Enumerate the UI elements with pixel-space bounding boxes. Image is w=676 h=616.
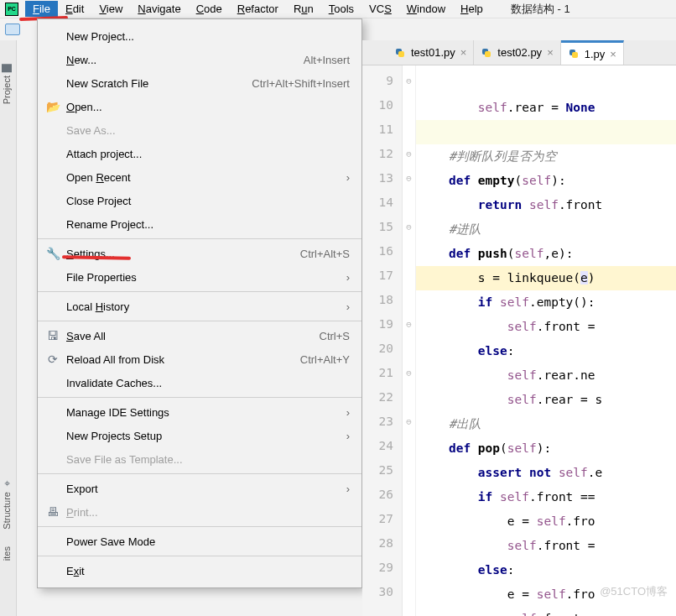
menu-code[interactable]: Code (189, 1, 230, 17)
code-line[interactable]: self.rear = s (416, 388, 676, 412)
menu-item-reload-all-from-disk[interactable]: ⟳Reload All from DiskCtrl+Alt+Y (38, 347, 361, 371)
toolbar-window-icon[interactable] (5, 23, 20, 35)
submenu-arrow-icon: › (346, 430, 350, 442)
menu-refactor[interactable]: Refactor (230, 1, 286, 17)
code-line[interactable]: if self.empty(): (416, 290, 676, 315)
menu-item-new[interactable]: New...Alt+Insert (38, 48, 361, 71)
fold-marker (403, 434, 415, 458)
code-line[interactable]: self.rear.ne (416, 363, 676, 388)
fold-marker (403, 458, 415, 483)
editor-tab-bar: test01.py×test02.py×1.py× (362, 40, 676, 65)
code-line[interactable]: def push(self,e): (416, 242, 676, 266)
fold-marker[interactable]: ⊖ (403, 215, 415, 239)
menu-item-settings[interactable]: 🔧Settings...Ctrl+Alt+S (38, 242, 361, 265)
menu-item-attach-project[interactable]: Attach project... (38, 142, 361, 165)
menu-item-new-projects-setup[interactable]: New Projects Setup› (38, 424, 361, 447)
editor-tab-test02-py[interactable]: test02.py× (474, 40, 560, 65)
editor-tab-1-py[interactable]: 1.py× (561, 40, 624, 65)
editor-tab-test01-py[interactable]: test01.py× (387, 40, 474, 65)
menu-item-save-as: Save As... (38, 118, 361, 142)
menu-view[interactable]: View (91, 1, 130, 17)
tool-window-stripe: Project Structure ⌖ ites (0, 40, 17, 616)
menu-edit[interactable]: Edit (58, 1, 91, 17)
file-menu-dropdown: New Project...New...Alt+InsertNew Scratc… (37, 18, 362, 588)
menu-item-save-file-as-template: Save File as Template... (38, 447, 361, 471)
menu-item-new-scratch-file[interactable]: New Scratch FileCtrl+Alt+Shift+Insert (38, 71, 361, 95)
menu-item-close-project[interactable]: Close Project (38, 189, 361, 212)
menu-item-open[interactable]: 📂Open... (38, 95, 361, 118)
project-tool-button[interactable]: Project (0, 57, 13, 111)
fold-marker[interactable]: ⊖ (403, 142, 415, 166)
fold-marker[interactable]: ⊖ (403, 69, 415, 93)
menu-item-save-all[interactable]: 🖫Save AllCtrl+S (38, 324, 361, 347)
menu-item-label: Save As... (66, 124, 116, 137)
code-line[interactable]: return self.front (416, 193, 676, 217)
close-tab-icon[interactable]: × (610, 48, 616, 60)
menu-navigate[interactable]: Navigate (130, 1, 188, 17)
code-line[interactable]: e = self.fro (416, 509, 676, 534)
menu-item-label: Save All (66, 330, 106, 342)
menu-item-open-recent[interactable]: Open Recent› (38, 165, 361, 189)
menu-item-invalidate-caches[interactable]: Invalidate Caches... (38, 371, 361, 394)
menu-window[interactable]: Window (399, 1, 453, 17)
structure-tool-button[interactable]: Structure ⌖ (0, 472, 13, 536)
menu-item-print: 🖶Print... (38, 500, 361, 524)
tab-label: 1.py (585, 48, 606, 60)
line-number: 11 (362, 117, 402, 142)
code-line[interactable]: #判断队列是否为空 (416, 144, 676, 169)
menu-file[interactable]: File (25, 1, 58, 17)
menu-item-label: New... (66, 54, 96, 66)
menu-item-export[interactable]: Export› (38, 477, 361, 500)
code-line[interactable]: self.rear = None (416, 96, 676, 120)
code-line[interactable]: if self.front == (416, 485, 676, 509)
code-line[interactable]: else: (416, 558, 676, 582)
code-line[interactable]: assert not self.e (416, 461, 676, 485)
fold-marker[interactable]: ⊖ (403, 166, 415, 191)
line-number: 12 (362, 142, 402, 166)
fold-marker[interactable]: ⊖ (403, 361, 415, 385)
code-line[interactable]: self.front = (416, 534, 676, 558)
close-tab-icon[interactable]: × (460, 46, 467, 59)
code-line[interactable]: s = linkqueue(e) (416, 266, 676, 290)
menu-help[interactable]: Help (453, 1, 491, 17)
code-line[interactable]: def pop(self): (416, 436, 676, 461)
menu-item-power-save-mode[interactable]: Power Save Mode (38, 530, 361, 553)
menu-item-exit[interactable]: Exit (38, 559, 361, 582)
fold-marker (403, 337, 415, 361)
shortcut-label: Alt+Insert (304, 54, 350, 66)
code-line[interactable]: self.front = (416, 607, 676, 616)
menu-item-label: Manage IDE Settings (66, 406, 169, 419)
favorites-tool-button[interactable]: ites (0, 540, 13, 567)
code-line[interactable] (416, 120, 676, 144)
menu-item-new-project[interactable]: New Project... (38, 24, 361, 48)
fold-marker (403, 117, 415, 142)
menu-item-label: New Scratch File (66, 77, 148, 90)
menu-item-manage-ide-settings[interactable]: Manage IDE Settings› (38, 400, 361, 424)
fold-marker (403, 531, 415, 556)
python-file-icon (481, 47, 492, 59)
line-number: 15 (362, 215, 402, 239)
menu-separator (38, 556, 361, 556)
menu-item-file-properties[interactable]: File Properties› (38, 265, 361, 289)
menu-item-local-history[interactable]: Local History› (38, 295, 361, 318)
fold-marker (403, 239, 415, 264)
code-line[interactable]: def empty(self): (416, 169, 676, 193)
menu-run[interactable]: Run (286, 1, 321, 17)
menu-tools[interactable]: Tools (321, 1, 361, 17)
menu-item-label: Reload All from Disk (66, 353, 164, 366)
code-line[interactable]: self.front = (416, 315, 676, 339)
line-number: 28 (362, 531, 402, 556)
fold-marker (403, 191, 415, 215)
code-line[interactable]: #进队 (416, 217, 676, 242)
menu-item-label: Open... (66, 101, 102, 113)
code-editor[interactable]: 9101112131415161718192021222324252627282… (362, 65, 676, 616)
code-line[interactable]: else: (416, 339, 676, 363)
close-tab-icon[interactable]: × (547, 46, 554, 59)
menu-item-rename-project[interactable]: Rename Project... (38, 212, 361, 236)
fold-marker[interactable]: ⊖ (403, 410, 415, 434)
menu-vcs[interactable]: VCS (361, 1, 399, 17)
code-line[interactable]: #出队 (416, 412, 676, 436)
code-content[interactable]: self.rear = None #判断队列是否为空 def empty(sel… (416, 65, 676, 616)
wrench-icon: 🔧 (46, 247, 60, 260)
fold-marker[interactable]: ⊖ (403, 312, 415, 337)
